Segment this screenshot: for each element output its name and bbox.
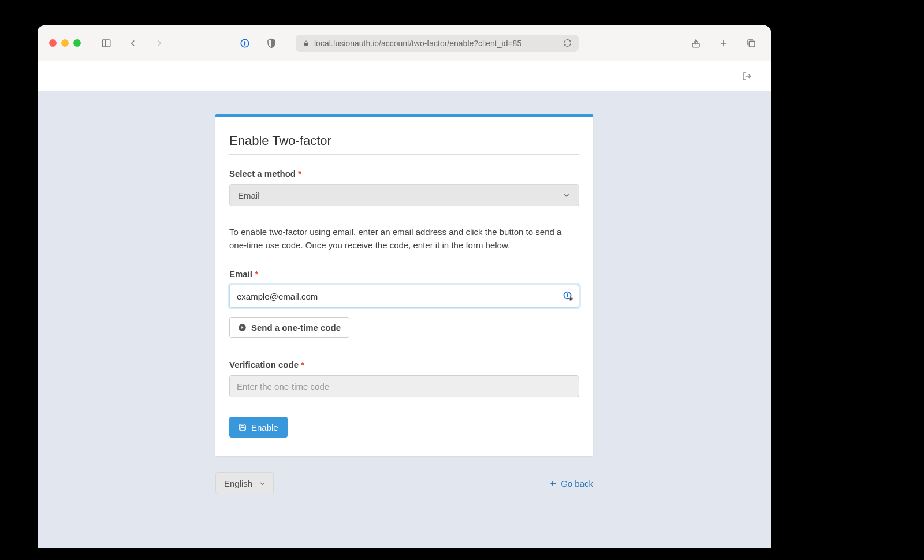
svg-rect-14 [569, 298, 571, 300]
address-bar[interactable]: local.fusionauth.io/account/two-factor/e… [296, 35, 579, 52]
share-icon[interactable] [688, 35, 704, 51]
email-field[interactable] [229, 285, 579, 308]
minimize-window-button[interactable] [61, 39, 69, 47]
browser-title-bar: local.fusionauth.io/account/two-factor/e… [38, 25, 771, 61]
save-icon [239, 423, 247, 431]
panel-footer: English Go back [215, 472, 593, 494]
language-selected-value: English [224, 479, 252, 488]
browser-window: local.fusionauth.io/account/two-factor/e… [38, 25, 771, 548]
email-label: Email * [229, 269, 579, 279]
svg-rect-3 [244, 41, 245, 46]
method-select[interactable]: Email [229, 184, 579, 206]
language-select[interactable]: English [215, 472, 274, 494]
svg-rect-4 [304, 43, 308, 46]
method-selected-value: Email [238, 191, 260, 200]
maximize-window-button[interactable] [73, 39, 81, 47]
window-controls [49, 39, 81, 47]
refresh-icon[interactable] [563, 39, 572, 47]
privacy-shield-icon[interactable] [263, 35, 280, 51]
onepassword-fill-icon[interactable] [563, 291, 573, 301]
instructions-text: To enable two-factor using email, enter … [229, 226, 579, 252]
onepassword-extension-icon[interactable] [237, 35, 253, 51]
forward-button[interactable] [151, 35, 167, 51]
svg-rect-12 [567, 293, 568, 297]
app-body: Enable Two-factor Select a method * Emai… [38, 91, 771, 548]
arrow-circle-icon [238, 323, 247, 332]
panel-title: Enable Two-factor [229, 133, 579, 155]
app-header [38, 61, 771, 91]
back-button[interactable] [125, 35, 141, 51]
send-code-button[interactable]: Send a one-time code [229, 317, 349, 338]
new-tab-icon[interactable] [716, 35, 732, 51]
logout-icon[interactable] [739, 68, 755, 84]
lock-icon [303, 40, 310, 47]
svg-rect-0 [102, 40, 110, 47]
svg-rect-9 [749, 41, 755, 47]
verification-code-field[interactable] [229, 375, 579, 397]
arrow-left-icon [550, 480, 557, 487]
go-back-link[interactable]: Go back [550, 479, 593, 488]
url-text: local.fusionauth.io/account/two-factor/e… [314, 39, 558, 48]
tabs-overview-icon[interactable] [743, 35, 759, 51]
chevron-down-icon [259, 480, 266, 487]
verification-label: Verification code * [229, 360, 579, 369]
enable-button[interactable]: Enable [229, 417, 288, 438]
chevron-down-icon [562, 191, 571, 199]
sidebar-toggle-icon[interactable] [98, 35, 114, 51]
close-window-button[interactable] [49, 39, 57, 47]
method-label: Select a method * [229, 169, 579, 178]
two-factor-panel: Enable Two-factor Select a method * Emai… [215, 114, 593, 456]
